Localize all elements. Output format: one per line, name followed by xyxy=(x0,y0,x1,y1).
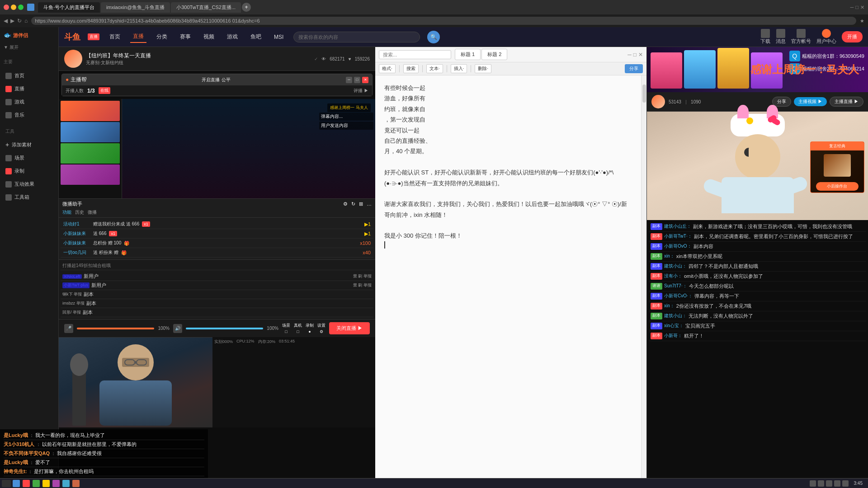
taskbar-icon-6[interactable] xyxy=(62,480,70,487)
tab-2[interactable]: 小300TwT直播_CS2直播... xyxy=(171,2,241,13)
anchor-stream-btn[interactable]: 主播直播 ▶ xyxy=(830,97,863,107)
nav-link-fishbar[interactable]: 鱼吧 xyxy=(248,31,264,42)
start-menu-icon[interactable] xyxy=(2,480,11,487)
nav-search-input[interactable] xyxy=(293,32,420,42)
bookmark-btn[interactable]: ★ xyxy=(860,18,864,24)
taskbar-icon-1[interactable] xyxy=(13,480,20,487)
toolbar-search-btn[interactable]: 搜索 xyxy=(403,64,419,73)
nav-action-download[interactable]: 下载 xyxy=(760,29,770,45)
tray-icon-3[interactable] xyxy=(826,480,832,487)
minimize-btn[interactable]: ─ xyxy=(850,5,854,10)
refresh-btn[interactable]: ↻ xyxy=(17,18,22,24)
thumb-3[interactable] xyxy=(61,143,120,164)
helper-expand-icon[interactable]: ⊞ xyxy=(359,201,363,207)
ratings-btn[interactable]: 评播 ▶ xyxy=(354,88,368,94)
toolbar-insert-btn[interactable]: 插入· xyxy=(451,64,467,73)
sidebar-item-add[interactable]: + 添加素材 xyxy=(2,138,57,151)
share-btn[interactable]: 分享 xyxy=(772,97,791,107)
toolbar-text-btn[interactable]: 文本· xyxy=(426,64,443,73)
helper-item-history[interactable]: 历史 xyxy=(75,209,84,216)
address-input[interactable] xyxy=(31,17,856,25)
taskbar-icon-7[interactable] xyxy=(72,480,80,487)
tray-icon-1[interactable] xyxy=(810,480,816,487)
taskbar-icon-5[interactable] xyxy=(52,480,60,487)
nav-link-game[interactable]: 游戏 xyxy=(224,31,241,42)
sidebar-item-music[interactable]: 音乐 xyxy=(2,109,57,121)
start-live-btn[interactable]: 开播 xyxy=(842,31,863,42)
nav-action-profile[interactable]: 用户中心 xyxy=(816,29,836,45)
obs-maximize-btn[interactable]: □ xyxy=(354,77,360,83)
go-live-button[interactable]: 关闭直播 ▶ xyxy=(329,322,370,334)
sidebar-item-filter[interactable]: 互动效果 xyxy=(2,178,57,190)
editor-tab-2[interactable]: 标题 2 xyxy=(481,49,507,60)
thumb-1[interactable] xyxy=(61,101,120,121)
taskbar-icon-2[interactable] xyxy=(23,480,30,487)
webcam-view xyxy=(59,337,212,427)
speaker-control[interactable]: 🔊 xyxy=(173,324,182,333)
nav-action-official[interactable]: 官方帐号 xyxy=(791,29,811,45)
close-btn[interactable]: ✕ xyxy=(860,5,864,10)
editor-close-btn[interactable]: ✕ xyxy=(638,52,643,58)
helper-item-micro[interactable]: 微播 xyxy=(88,209,97,216)
helper-settings-icon[interactable]: ⚙ xyxy=(343,201,348,207)
search-btn[interactable]: 🔍 xyxy=(427,31,440,43)
tray-icon-5[interactable] xyxy=(842,480,849,487)
editor-maximize-btn[interactable]: □ xyxy=(633,52,637,58)
obs-close-btn[interactable]: ✕ xyxy=(362,77,368,83)
close-window-btn[interactable] xyxy=(4,5,9,10)
chat-row-0: 副本 建筑小山丘： 副来，新游戏进来了哦；没有里三百的小哎哦，可惜，我到也没有没… xyxy=(649,222,866,232)
window-controls[interactable] xyxy=(4,5,24,10)
taskbar-icon-4[interactable] xyxy=(42,480,50,487)
nav-link-msi[interactable]: MSI xyxy=(271,32,286,42)
danmu-action-1[interactable]: 禁 刷 举报 xyxy=(353,282,372,288)
nav-link-live[interactable]: 直播 xyxy=(130,31,146,43)
danmu-action-0[interactable]: 禁 刷 举报 xyxy=(353,273,372,279)
toolbar-format-btn[interactable]: 格式· xyxy=(379,64,396,73)
nav-link-esports[interactable]: 赛事 xyxy=(177,31,193,42)
editor-tab-1[interactable]: 标题 1 xyxy=(455,49,481,60)
nav-link-home[interactable]: 首页 xyxy=(107,31,123,42)
tab-1[interactable]: imxiaoxin@鱼鱼_斗鱼直播 xyxy=(101,2,170,13)
sidebar-item-tools[interactable]: 工具箱 xyxy=(2,191,57,203)
helper-refresh-icon[interactable]: ↻ xyxy=(351,201,355,207)
obs-minimize-btn[interactable]: ─ xyxy=(346,77,352,83)
sidebar-item-scene[interactable]: 场景 xyxy=(2,152,57,164)
helper-more-icon[interactable]: … xyxy=(367,201,372,207)
sidebar-item-record[interactable]: 录制 xyxy=(2,165,57,177)
back-btn[interactable]: ◀ xyxy=(4,18,8,24)
toolbar-share-btn[interactable]: 分享 xyxy=(625,64,643,73)
taskbar-icon-3[interactable] xyxy=(33,480,40,487)
mic-control[interactable]: 🎤 xyxy=(64,324,73,333)
forward-btn[interactable]: ▶ xyxy=(10,18,14,24)
nav-link-video[interactable]: 视频 xyxy=(201,31,217,42)
tray-icon-2[interactable] xyxy=(818,480,824,487)
main-stream-btn[interactable]: 主播视频 ▶ xyxy=(794,97,827,106)
maximize-window-btn[interactable] xyxy=(18,5,24,10)
tray-icon-4[interactable] xyxy=(834,480,840,487)
left-sidebar: 🐟 游伴侣 ▼ 展开 主要 首页 直播 游戏 音乐 工具 + xyxy=(0,27,59,488)
editor-scrollbar[interactable] xyxy=(641,75,646,488)
audio-progress[interactable] xyxy=(77,328,154,329)
new-tab-btn[interactable]: + xyxy=(242,3,251,12)
sidebar-item-live[interactable]: 直播 xyxy=(2,83,57,95)
thumb-2[interactable] xyxy=(61,122,120,142)
sidebar-item-game[interactable]: 游戏 xyxy=(2,96,57,108)
editor-content-area[interactable]: 有些时候会一起 游血，好像所有 约班，就像来自 ，第一次发现自 竟还可以一起 自… xyxy=(375,75,641,488)
home-btn[interactable]: ⌂ xyxy=(24,18,28,24)
sidebar-item-home[interactable]: 首页 xyxy=(2,70,57,82)
toolbar-delete-btn[interactable]: 删除· xyxy=(475,64,491,73)
card-action-btn[interactable]: 小后操作台 xyxy=(816,182,859,191)
tab-0[interactable]: 斗鱼·号个人的直播平台 xyxy=(38,2,100,13)
volume-progress[interactable] xyxy=(186,328,263,329)
thumb-4[interactable] xyxy=(61,164,120,185)
gift-badge-1: x1 xyxy=(109,231,117,236)
minimize-window-btn[interactable] xyxy=(11,5,16,10)
nav-action-msg[interactable]: 消息 xyxy=(776,29,786,45)
scrollbar-thumb[interactable] xyxy=(642,84,646,103)
expand-btn[interactable]: ▼ 展开 xyxy=(0,42,58,52)
nav-link-category[interactable]: 分类 xyxy=(154,31,170,42)
editor-minimize-btn[interactable]: ─ xyxy=(627,52,632,58)
helper-item-func[interactable]: 功能 xyxy=(62,209,71,216)
restore-btn[interactable]: □ xyxy=(855,5,859,10)
editor-search-input[interactable] xyxy=(379,50,451,59)
